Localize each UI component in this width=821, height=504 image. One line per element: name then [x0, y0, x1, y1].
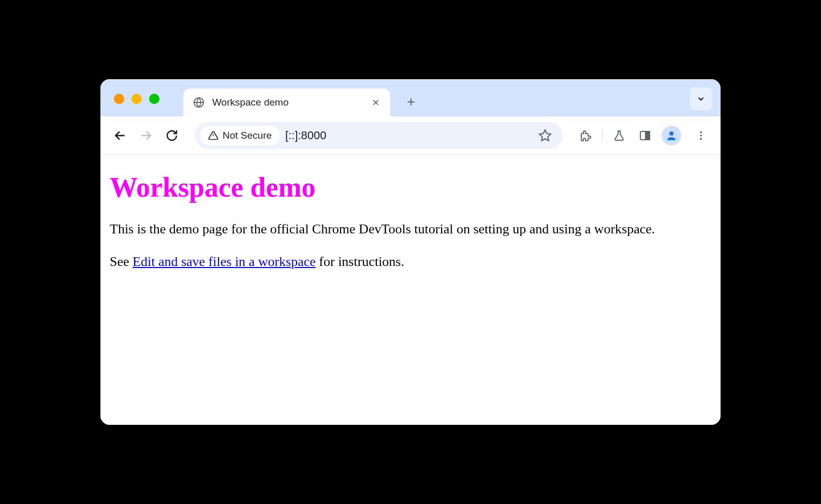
paragraph-2-suffix: for instructions. — [316, 254, 404, 269]
address-bar[interactable]: Not Secure [::]:8000 — [195, 122, 563, 149]
forward-button[interactable] — [137, 126, 155, 145]
browser-window: Workspace demo — [100, 79, 721, 425]
globe-icon — [193, 96, 205, 109]
tab-strip: Workspace demo — [100, 79, 721, 116]
paragraph-2-prefix: See — [110, 254, 133, 269]
extensions-button[interactable] — [576, 126, 595, 145]
tab-title: Workspace demo — [212, 97, 363, 108]
close-window-button[interactable] — [114, 94, 124, 104]
new-tab-button[interactable] — [401, 92, 421, 112]
tutorial-link[interactable]: Edit and save files in a workspace — [133, 254, 316, 269]
security-badge[interactable]: Not Secure — [200, 126, 280, 145]
svg-marker-10 — [539, 130, 551, 141]
browser-tab[interactable]: Workspace demo — [183, 88, 390, 116]
bookmark-button[interactable] — [536, 126, 554, 145]
profile-button[interactable] — [662, 126, 681, 145]
security-label: Not Secure — [223, 130, 272, 141]
labs-button[interactable] — [610, 126, 628, 145]
minimize-window-button[interactable] — [131, 94, 142, 104]
svg-point-14 — [700, 131, 702, 133]
svg-point-16 — [700, 138, 702, 140]
back-button[interactable] — [111, 126, 129, 145]
svg-rect-12 — [646, 131, 650, 140]
page-heading: Workspace demo — [110, 171, 711, 203]
maximize-window-button[interactable] — [149, 94, 159, 104]
browser-toolbar: Not Secure [::]:8000 — [100, 116, 721, 155]
window-controls — [114, 94, 159, 104]
svg-point-15 — [700, 135, 702, 137]
search-tabs-button[interactable] — [690, 87, 712, 110]
warning-icon — [208, 130, 218, 141]
page-paragraph-1: This is the demo page for the official C… — [110, 220, 711, 238]
url-text: [::]:8000 — [285, 129, 531, 142]
menu-button[interactable] — [692, 126, 710, 145]
close-tab-button[interactable] — [371, 97, 381, 108]
svg-point-13 — [669, 131, 673, 136]
toolbar-separator — [602, 129, 603, 142]
side-panel-button[interactable] — [636, 126, 654, 145]
page-paragraph-2: See Edit and save files in a workspace f… — [110, 253, 711, 271]
page-content: Workspace demo This is the demo page for… — [100, 155, 721, 425]
reload-button[interactable] — [163, 126, 181, 145]
